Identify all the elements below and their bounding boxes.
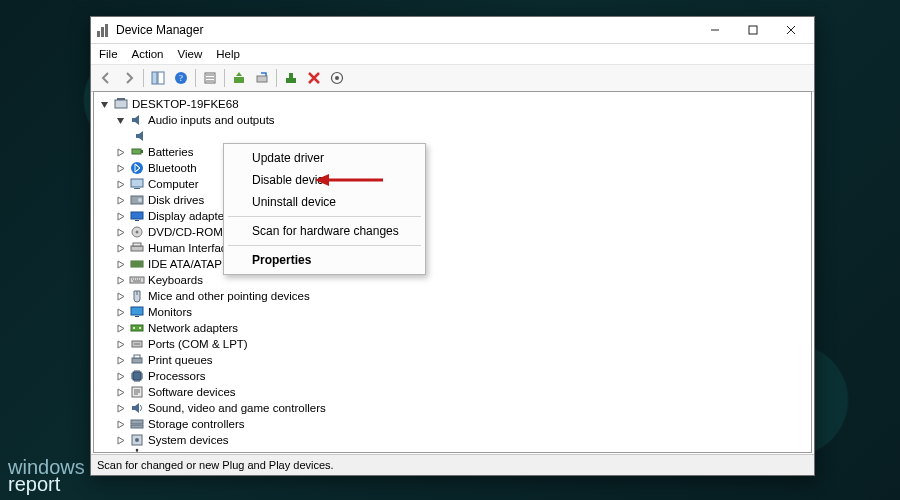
tree-category[interactable]: DVD/CD-ROM drives xyxy=(100,224,811,240)
delete-button[interactable] xyxy=(303,67,325,89)
tree-category[interactable]: Audio inputs and outputs xyxy=(100,112,811,128)
tree-device[interactable]: device xyxy=(100,128,811,144)
twisty-closed-icon[interactable] xyxy=(116,371,127,382)
menu-view[interactable]: View xyxy=(178,48,203,60)
svg-rect-17 xyxy=(131,179,143,187)
status-text: Scan for changed or new Plug and Play de… xyxy=(97,459,334,471)
category-icon xyxy=(129,433,145,447)
menu-dropdown-button[interactable] xyxy=(199,67,221,89)
tree-category-label: Display adapters xyxy=(148,210,234,222)
menu-help[interactable]: Help xyxy=(216,48,240,60)
minimize-button[interactable] xyxy=(696,18,734,42)
tree-category[interactable]: Network adapters xyxy=(100,320,811,336)
scan-hardware-button[interactable] xyxy=(326,67,348,89)
tree-category-label: Batteries xyxy=(148,146,193,158)
twisty-closed-icon[interactable] xyxy=(116,403,127,414)
uninstall-button[interactable] xyxy=(280,67,302,89)
svg-rect-21 xyxy=(131,212,143,219)
toolbar-separator xyxy=(195,69,196,87)
back-button[interactable] xyxy=(95,67,117,89)
tree-category[interactable]: Processors xyxy=(100,368,811,384)
twisty-closed-icon[interactable] xyxy=(116,195,127,206)
tree-category[interactable]: Mice and other pointing devices xyxy=(100,288,811,304)
twisty-closed-icon[interactable] xyxy=(116,147,127,158)
tree-category[interactable]: Ports (COM & LPT) xyxy=(100,336,811,352)
tree-category[interactable]: Bluetooth xyxy=(100,160,811,176)
twisty-closed-icon[interactable] xyxy=(116,323,127,334)
category-icon xyxy=(129,369,145,383)
twisty-closed-icon[interactable] xyxy=(116,451,127,454)
category-icon xyxy=(129,337,145,351)
twisty-closed-icon[interactable] xyxy=(116,179,127,190)
tree-category[interactable]: Keyboards xyxy=(100,272,811,288)
category-icon xyxy=(129,321,145,335)
twisty-closed-icon[interactable] xyxy=(116,227,127,238)
menu-action[interactable]: Action xyxy=(132,48,164,60)
svg-point-16 xyxy=(131,162,143,174)
tree-pane[interactable]: DESKTOP-19FKE68Audio inputs and outputsd… xyxy=(93,91,812,453)
help-button[interactable]: ? xyxy=(170,67,192,89)
twisty-closed-icon[interactable] xyxy=(116,291,127,302)
forward-button[interactable] xyxy=(118,67,140,89)
twisty-closed-icon[interactable] xyxy=(116,419,127,430)
twisty-closed-icon[interactable] xyxy=(116,163,127,174)
twisty-closed-icon[interactable] xyxy=(116,211,127,222)
menu-file[interactable]: File xyxy=(99,48,118,60)
twisty-open-icon[interactable] xyxy=(100,99,111,110)
tree-root[interactable]: DESKTOP-19FKE68 xyxy=(100,96,811,112)
category-icon xyxy=(129,385,145,399)
tree-category-label: Sound, video and game controllers xyxy=(148,402,326,414)
twisty-closed-icon[interactable] xyxy=(116,435,127,446)
twisty-closed-icon[interactable] xyxy=(116,243,127,254)
ctx-update-driver[interactable]: Update driver xyxy=(226,147,423,169)
toolbar: ? xyxy=(91,65,814,92)
svg-point-37 xyxy=(136,343,138,345)
twisty-closed-icon[interactable] xyxy=(116,275,127,286)
show-hide-tree-button[interactable] xyxy=(147,67,169,89)
ctx-uninstall-device[interactable]: Uninstall device xyxy=(226,191,423,213)
tree-category[interactable]: System devices xyxy=(100,432,811,448)
tree-category[interactable]: Print queues xyxy=(100,352,811,368)
tree-category[interactable]: Universal Serial Bus controllers xyxy=(100,448,811,453)
maximize-button[interactable] xyxy=(734,18,772,42)
svg-point-46 xyxy=(135,438,139,442)
tree-category[interactable]: Disk drives xyxy=(100,192,811,208)
device-manager-window: Device Manager File Action View Help ? D… xyxy=(90,16,815,476)
ctx-properties[interactable]: Properties xyxy=(226,249,423,271)
tree-category[interactable]: Computer xyxy=(100,176,811,192)
twisty-closed-icon[interactable] xyxy=(116,339,127,350)
category-icon xyxy=(129,257,145,271)
category-icon xyxy=(129,417,145,431)
tree-category[interactable]: Storage controllers xyxy=(100,416,811,432)
tree-category-label: Universal Serial Bus controllers xyxy=(148,450,308,453)
svg-point-34 xyxy=(139,327,141,329)
tree-category[interactable]: Display adapters xyxy=(100,208,811,224)
twisty-open-icon[interactable] xyxy=(116,115,127,126)
close-button[interactable] xyxy=(772,18,810,42)
category-icon xyxy=(129,209,145,223)
svg-rect-7 xyxy=(257,76,267,82)
svg-point-36 xyxy=(134,343,136,345)
twisty-closed-icon[interactable] xyxy=(116,259,127,270)
twisty-closed-icon[interactable] xyxy=(116,307,127,318)
tree-category[interactable]: Human Interface Devices xyxy=(100,240,811,256)
title-bar[interactable]: Device Manager xyxy=(91,17,814,44)
twisty-closed-icon[interactable] xyxy=(116,387,127,398)
category-icon xyxy=(129,273,145,287)
update-driver-button[interactable] xyxy=(228,67,250,89)
ctx-scan-hardware[interactable]: Scan for hardware changes xyxy=(226,220,423,242)
svg-rect-18 xyxy=(134,188,140,189)
tree-category-label: Audio inputs and outputs xyxy=(148,114,275,126)
disable-device-button[interactable] xyxy=(251,67,273,89)
twisty-closed-icon[interactable] xyxy=(116,355,127,366)
tree-category[interactable]: IDE ATA/ATAPI controllers xyxy=(100,256,811,272)
svg-rect-32 xyxy=(131,325,143,331)
category-icon xyxy=(129,449,145,453)
tree-category[interactable]: Software devices xyxy=(100,384,811,400)
tree-category[interactable]: Monitors xyxy=(100,304,811,320)
svg-rect-0 xyxy=(749,26,757,34)
ctx-separator xyxy=(228,216,421,217)
tree-category[interactable]: Batteries xyxy=(100,144,811,160)
svg-rect-43 xyxy=(131,420,143,424)
tree-category[interactable]: Sound, video and game controllers xyxy=(100,400,811,416)
